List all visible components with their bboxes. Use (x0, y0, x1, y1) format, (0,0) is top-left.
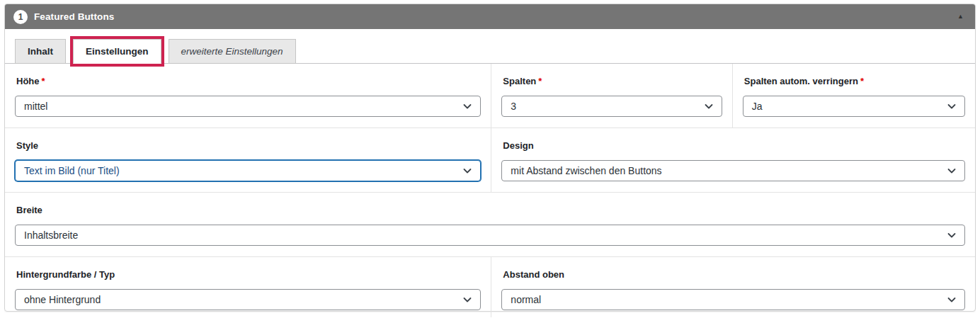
required-marker: * (860, 76, 864, 86)
style-select[interactable]: Text im Bild (nur Titel) (15, 160, 481, 181)
chevron-down-icon (946, 294, 957, 305)
breite-select-value: Inhaltsbreite (24, 230, 78, 241)
field-style: Style Text im Bild (nur Titel) (5, 128, 491, 192)
design-label: Design (503, 140, 965, 152)
abstand-oben-select[interactable]: normal (501, 289, 965, 310)
form-row-1: Höhe* mittel Spalten* 3 Spalten autom. v… (5, 64, 975, 128)
hoehe-select-value: mittel (24, 101, 47, 112)
chevron-down-icon (462, 165, 473, 176)
design-select-value: mit Abstand zwischen den Buttons (511, 165, 661, 176)
hintergrund-select[interactable]: ohne Hintergrund (15, 289, 481, 310)
featured-buttons-panel: 1 Featured Buttons ▲ Inhalt Einstellunge… (4, 4, 976, 312)
collapse-panel-icon[interactable]: ▲ (956, 11, 965, 23)
form-row-3: Breite Inhaltsbreite (5, 193, 975, 257)
tab-bar: Inhalt Einstellungen erweiterte Einstell… (5, 29, 975, 64)
hintergrund-label: Hintergrundfarbe / Typ (16, 269, 481, 280)
spalten-verringern-select[interactable]: Ja (743, 96, 965, 117)
required-marker: * (538, 76, 542, 86)
hoehe-select[interactable]: mittel (15, 96, 481, 117)
field-breite: Breite Inhaltsbreite (5, 193, 975, 256)
tab-erweiterte-einstellungen-label: erweiterte Einstellungen (181, 46, 283, 57)
field-spalten: Spalten* 3 (491, 64, 731, 128)
form-row-4: Hintergrundfarbe / Typ ohne Hintergrund … (5, 257, 975, 317)
tab-inhalt[interactable]: Inhalt (15, 39, 66, 64)
hintergrund-select-value: ohne Hintergrund (24, 294, 101, 305)
chevron-down-icon (462, 101, 473, 112)
tab-einstellungen-label: Einstellungen (86, 46, 149, 57)
style-label: Style (16, 140, 481, 152)
required-marker: * (42, 76, 45, 86)
spalten-select-value: 3 (511, 101, 516, 112)
chevron-down-icon (946, 165, 957, 176)
field-design: Design mit Abstand zwischen den Buttons (491, 128, 975, 192)
tab-inhalt-label: Inhalt (28, 46, 53, 57)
field-abstand-oben: Abstand oben normal (491, 257, 975, 317)
hoehe-label: Höhe* (16, 76, 481, 87)
style-select-value: Text im Bild (nur Titel) (24, 165, 120, 176)
chevron-down-icon (462, 294, 473, 305)
field-hoehe: Höhe* mittel (5, 64, 491, 128)
spalten-select[interactable]: 3 (501, 96, 722, 117)
panel-header: 1 Featured Buttons ▲ (5, 4, 975, 29)
abstand-oben-select-value: normal (511, 294, 541, 305)
design-select[interactable]: mit Abstand zwischen den Buttons (501, 160, 965, 181)
spalten-verringern-select-value: Ja (752, 101, 763, 112)
spalten-label: Spalten* (503, 76, 722, 87)
panel-index-badge: 1 (13, 10, 28, 24)
abstand-oben-label: Abstand oben (503, 269, 965, 280)
tab-erweiterte-einstellungen[interactable]: erweiterte Einstellungen (169, 39, 296, 64)
breite-label: Breite (16, 205, 965, 216)
field-hintergrund: Hintergrundfarbe / Typ ohne Hintergrund (5, 257, 491, 317)
chevron-down-icon (946, 101, 957, 112)
form-row-2: Style Text im Bild (nur Titel) Design mi… (5, 128, 975, 193)
breite-select[interactable]: Inhaltsbreite (15, 225, 965, 246)
chevron-down-icon (946, 230, 957, 241)
chevron-down-icon (703, 101, 714, 112)
field-spalten-verringern: Spalten autom. verringern* Ja (732, 64, 975, 128)
panel-title: Featured Buttons (34, 11, 114, 22)
spalten-verringern-label: Spalten autom. verringern* (744, 76, 965, 87)
tab-einstellungen[interactable]: Einstellungen (73, 39, 161, 64)
